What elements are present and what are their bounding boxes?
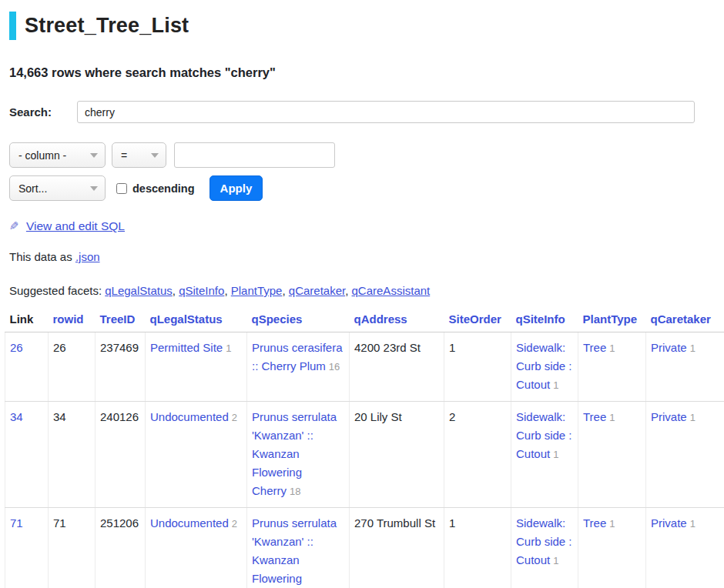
cell-link[interactable]: Private [651,516,687,530]
facet-link-qCareAssistant[interactable]: qCareAssistant [352,284,431,297]
filter-value-input[interactable] [174,142,335,168]
cell-link[interactable]: Prunus serrulata 'Kwanzan' :: Kwanzan Fl… [252,516,337,588]
cell-TreeID: 237469 [96,332,146,402]
count-badge: 1 [690,412,696,423]
chevron-down-icon [90,153,98,158]
cell-qCaretaker: Private1 [646,508,724,588]
cell-text: 270 Trumbull St [354,516,435,530]
count-badge: 1 [609,342,615,354]
sort-select[interactable]: Sort... [9,175,106,201]
cell-qSpecies: Prunus serrulata 'Kwanzan' :: Kwanzan Fl… [247,402,350,508]
operator-select[interactable]: = [112,142,166,168]
cell-text: 2 [449,410,455,423]
cell-qLegalStatus: Undocumented2 [146,402,247,508]
cell-PlantType: Tree1 [578,332,646,402]
cell-link[interactable]: Tree [583,410,606,423]
column-select-value: - column - [18,149,66,162]
facet-link-qSiteInfo[interactable]: qSiteInfo [179,284,224,297]
cell-qCaretaker: Private1 [646,402,724,508]
column-header-Link: Link [5,309,49,332]
data-export-row: This data as .json [9,250,715,263]
cell-Link: 71 [5,508,49,588]
cell-link[interactable]: Sidewalk: Curb side : Cutout [516,410,572,460]
count-badge: 1 [690,518,696,530]
cell-text: 71 [53,516,66,530]
cell-link[interactable]: Private [651,410,687,423]
cell-text: 237469 [100,341,139,354]
cell-link[interactable]: Sidewalk: Curb side : Cutout [516,516,572,566]
count-badge: 1 [690,342,696,354]
facet-link-qCaretaker[interactable]: qCaretaker [289,284,345,297]
column-header-qSpecies: qSpecies [247,309,350,332]
column-sort-link-qLegalStatus[interactable]: qLegalStatus [150,312,223,326]
cell-rowid: 26 [49,332,96,402]
cell-TreeID: 240126 [96,402,146,508]
cell-text: 240126 [100,410,139,423]
apply-button[interactable]: Apply [209,175,263,201]
cell-qSiteInfo: Sidewalk: Curb side : Cutout1 [511,402,578,508]
column-sort-link-PlantType[interactable]: PlantType [583,312,638,326]
column-sort-link-TreeID[interactable]: TreeID [100,312,136,326]
table-header-row: LinkrowidTreeIDqLegalStatusqSpeciesqAddr… [5,309,724,332]
count-badge: 1 [553,379,558,391]
cell-rowid: 34 [49,402,96,508]
cell-link[interactable]: Undocumented [150,410,229,423]
cell-text: 1 [449,341,455,354]
search-label: Search: [9,105,77,119]
column-sort-link-qSpecies[interactable]: qSpecies [252,312,303,326]
column-sort-link-rowid[interactable]: rowid [53,312,84,326]
cell-text: 4200 23rd St [354,341,421,354]
view-edit-sql-link[interactable]: View and edit SQL [26,219,125,232]
cell-link[interactable]: 26 [10,341,23,354]
column-sort-link-qAddress[interactable]: qAddress [354,312,407,326]
descending-checkbox[interactable] [116,183,127,194]
count-badge: 2 [232,518,237,530]
column-sort-link-qSiteInfo[interactable]: qSiteInfo [516,312,565,326]
cell-text: 26 [53,341,66,354]
cell-link[interactable]: Sidewalk: Curb side : Cutout [516,341,572,391]
cell-qLegalStatus: Undocumented2 [146,508,247,588]
cell-SiteOrder: 1 [444,332,511,402]
cell-text: 1 [449,516,455,530]
cell-link[interactable]: 71 [10,516,23,530]
filter-row: - column - = [9,142,715,168]
column-header-PlantType: PlantType [578,309,646,332]
count-badge: 18 [290,486,300,497]
operator-select-value: = [121,149,127,162]
cell-qAddress: 20 Lily St [350,402,444,508]
json-export-link[interactable]: .json [75,250,100,263]
column-header-qLegalStatus: qLegalStatus [146,309,247,332]
count-badge: 16 [329,361,340,373]
table-row: 7171251206Undocumented2Prunus serrulata … [5,508,724,588]
cell-link[interactable]: 34 [10,410,23,423]
row-count-heading: 14,663 rows where search matches "cherry… [9,65,715,80]
cell-link[interactable]: Tree [583,516,606,530]
page-title: Street_Tree_List [9,12,715,40]
cell-qAddress: 4200 23rd St [350,332,444,402]
column-sort-link-SiteOrder[interactable]: SiteOrder [449,312,501,326]
cell-link[interactable]: Private [651,341,687,354]
facet-link-PlantType[interactable]: PlantType [231,284,283,297]
cell-link[interactable]: Prunus serrulata 'Kwanzan' :: Kwanzan Fl… [252,410,337,497]
sort-select-value: Sort... [18,182,47,195]
column-sort-link-qCaretaker[interactable]: qCaretaker [651,312,711,326]
cell-qSpecies: Prunus serrulata 'Kwanzan' :: Kwanzan Fl… [247,508,350,588]
count-badge: 1 [609,518,615,530]
cell-SiteOrder: 1 [444,508,511,588]
cell-link[interactable]: Permitted Site [150,341,223,354]
cell-text: 34 [53,410,66,423]
count-badge: 1 [609,412,615,423]
cell-link[interactable]: Tree [583,341,606,354]
cell-Link: 34 [5,402,49,508]
table-row: 2626237469Permitted Site1Prunus cerasife… [5,332,724,402]
column-select[interactable]: - column - [9,142,106,168]
search-input[interactable] [77,101,695,123]
cell-link[interactable]: Undocumented [150,516,229,530]
cell-qAddress: 270 Trumbull St [350,508,444,588]
results-table-wrap: LinkrowidTreeIDqLegalStatusqSpeciesqAddr… [5,309,715,588]
column-header-qCaretaker: qCaretaker [646,309,724,332]
facet-link-qLegalStatus[interactable]: qLegalStatus [105,284,173,297]
cell-TreeID: 251206 [96,508,146,588]
suggested-facets: Suggested facets: qLegalStatus, qSiteInf… [9,284,715,297]
data-as-prefix: This data as [9,250,75,263]
